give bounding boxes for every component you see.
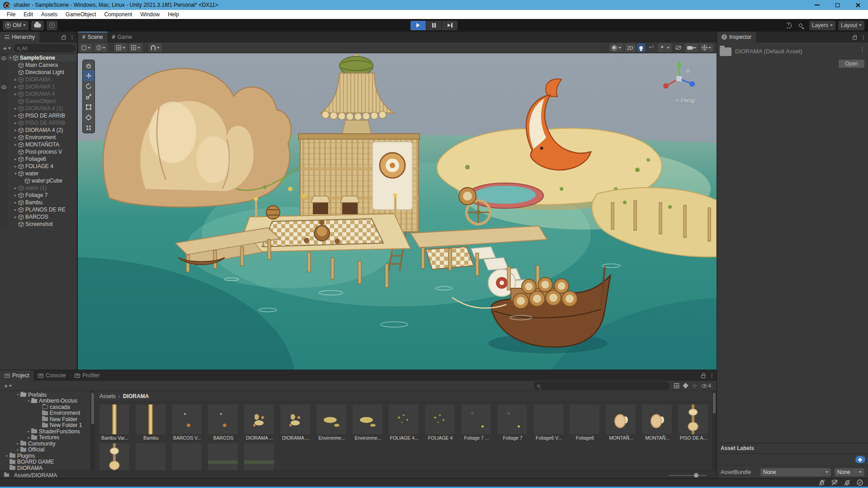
asset-tile[interactable]: MONTAÑ... <box>642 404 673 441</box>
asset-tile[interactable]: Bambu Var... <box>99 404 130 441</box>
hierarchy-item[interactable]: GameObject <box>0 98 77 105</box>
scene-game-tab[interactable]: # Scene <box>78 32 108 42</box>
hierarchy-item[interactable]: ▾ SampleScene <box>0 54 77 61</box>
hierarchy-item[interactable]: ▸ DIORAMA <box>0 76 77 83</box>
hierarchy-item[interactable]: ▸ DIORAMA 4 (1) <box>0 105 77 112</box>
visibility-gutter[interactable] <box>0 221 8 228</box>
version-control-button[interactable] <box>47 21 57 30</box>
folder-tree-item[interactable]: ▸ Community <box>0 441 90 447</box>
asset-tile[interactable]: Bambu <box>136 404 166 441</box>
hierarchy-item[interactable]: Screenshot <box>0 221 77 228</box>
asset-tile[interactable] <box>99 443 130 470</box>
search-by-label-button[interactable] <box>684 384 688 388</box>
camera-settings-dropdown[interactable] <box>685 43 698 52</box>
hierarchy-item[interactable]: ▸ PLANOS DE RE <box>0 206 77 213</box>
expand-arrow-icon[interactable]: ▸ <box>13 84 18 89</box>
expand-arrow-icon[interactable]: ▸ <box>26 436 31 440</box>
assetbundle-dropdown[interactable]: None <box>760 468 831 476</box>
asset-tile[interactable] <box>208 443 239 470</box>
asset-tile[interactable]: MONTAÑ... <box>606 404 637 441</box>
open-asset-button[interactable]: Open <box>839 60 864 68</box>
kebab-menu-icon[interactable] <box>709 372 715 379</box>
effects-dropdown[interactable] <box>658 43 672 52</box>
expand-arrow-icon[interactable]: ▸ <box>13 113 18 118</box>
kebab-menu-icon[interactable] <box>860 34 866 41</box>
cache-disabled-icon[interactable] <box>831 479 838 486</box>
hidden-packages-toggle[interactable]: 4 <box>702 383 711 389</box>
visibility-gutter[interactable] <box>0 206 8 213</box>
visibility-gutter[interactable] <box>0 134 8 141</box>
menu-item[interactable]: GameObject <box>61 11 100 18</box>
hierarchy-item[interactable]: Main Camera <box>0 61 77 69</box>
asset-tile[interactable] <box>244 443 275 470</box>
rotate-tool-button[interactable] <box>83 81 94 91</box>
expand-arrow-icon[interactable]: ▸ <box>13 157 18 161</box>
visibility-gutter[interactable] <box>0 90 8 98</box>
2d-toggle-button[interactable]: 2D <box>625 43 636 52</box>
tab-inspector[interactable]: i Inspector <box>717 32 756 42</box>
orientation-gizmo[interactable] <box>659 57 699 98</box>
asset-tile[interactable]: Environme... <box>353 404 383 441</box>
folder-tree-item[interactable]: ▾ Ambient-Occlus <box>0 398 90 404</box>
hierarchy-item[interactable]: ▸ DIORAMA 1 <box>0 83 77 90</box>
maximize-button[interactable] <box>827 0 848 10</box>
expand-arrow-icon[interactable]: ▸ <box>15 441 20 446</box>
hierarchy-item[interactable]: Post-process V <box>0 148 77 155</box>
asset-tile[interactable]: Foliage6 <box>570 404 600 441</box>
asset-tile[interactable]: DIORAMA ... <box>244 404 275 441</box>
hierarchy-search-input[interactable] <box>22 46 72 51</box>
hierarchy-item[interactable]: ▸ water (1) <box>0 184 77 192</box>
expand-arrow-icon[interactable]: ▸ <box>13 92 18 96</box>
visibility-gutter[interactable] <box>0 163 8 170</box>
visibility-gutter[interactable] <box>0 141 8 148</box>
create-asset-button[interactable]: + <box>3 382 13 389</box>
expand-arrow-icon[interactable]: ▸ <box>15 448 20 452</box>
asset-tile[interactable] <box>136 443 166 470</box>
visibility-gutter[interactable] <box>0 76 8 83</box>
expand-arrow-icon[interactable]: ▾ <box>8 56 13 60</box>
create-object-button[interactable]: + <box>2 45 12 52</box>
debugger-disabled-icon[interactable] <box>818 479 826 486</box>
scene-game-tab[interactable]: # Game <box>108 32 137 42</box>
folder-tree-item[interactable]: ▸ Plugins <box>0 453 90 459</box>
visibility-gutter[interactable] <box>0 105 8 112</box>
expand-arrow-icon[interactable]: ▸ <box>13 193 18 197</box>
grid-scrollbar[interactable] <box>712 391 717 470</box>
asset-tile[interactable]: DIORAMA ... <box>280 404 311 441</box>
visibility-gutter[interactable] <box>0 119 8 127</box>
folder-tree-item[interactable]: Environment <box>0 410 90 417</box>
transform-tool-button[interactable] <box>83 112 94 122</box>
hierarchy-item[interactable]: ▸ BARCOS <box>0 213 77 221</box>
scene-lighting-toggle[interactable] <box>637 43 645 52</box>
visibility-gutter[interactable] <box>0 127 8 134</box>
tab-hierarchy[interactable]: Hierarchy <box>0 32 39 42</box>
hidden-objects-toggle[interactable] <box>673 43 684 52</box>
hierarchy-item[interactable]: ▸ MONTAÑOTA <box>0 141 77 148</box>
audio-mute-toggle[interactable] <box>646 43 656 52</box>
menu-item[interactable]: Help <box>164 11 183 18</box>
breadcrumb-current-folder[interactable]: DIORAMA <box>123 393 149 399</box>
hierarchy-item[interactable]: ▸ FOLIAGE 4 <box>0 163 77 170</box>
search-button[interactable] <box>795 21 807 30</box>
project-area-tab[interactable]: Profiler <box>70 370 104 381</box>
project-search-input[interactable] <box>542 383 666 389</box>
step-button[interactable] <box>442 21 458 30</box>
folder-tree-item[interactable]: New Folder 1 <box>0 422 90 429</box>
lock-icon[interactable] <box>701 375 705 378</box>
hierarchy-item[interactable]: ▾ water <box>0 170 77 177</box>
visibility-gutter[interactable] <box>0 155 8 163</box>
perspective-label[interactable]: < Persp <box>676 98 695 104</box>
hierarchy-item[interactable]: ▸ PISO DE ARRIB <box>0 112 77 119</box>
asset-tile[interactable]: BARCOS V... <box>172 404 203 441</box>
expand-arrow-icon[interactable]: ▸ <box>13 142 18 147</box>
folder-tree-item[interactable]: ▸ ShaderFunctions <box>0 428 90 435</box>
expand-arrow-icon[interactable]: ▸ <box>26 429 31 433</box>
asset-tile[interactable]: Foliage6 V... <box>533 404 564 441</box>
tool-settings-dropdown[interactable] <box>80 43 93 52</box>
hierarchy-item[interactable]: ▸ Bambu <box>0 199 77 206</box>
notifications-disabled-icon[interactable] <box>844 479 851 486</box>
slider-knob[interactable] <box>694 473 698 478</box>
folder-tree-item[interactable]: cascada <box>0 404 90 410</box>
asset-tile[interactable]: Foliage 7 ... <box>461 404 492 441</box>
visibility-gutter[interactable] <box>0 112 8 119</box>
